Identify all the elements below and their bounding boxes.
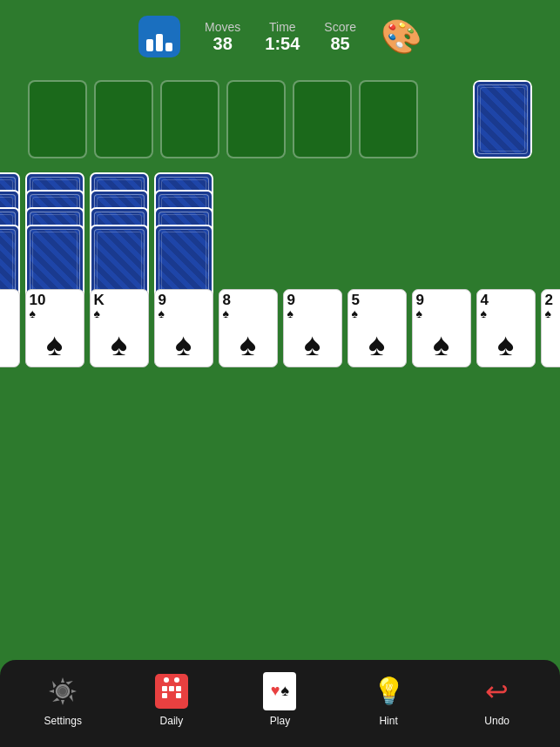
tableau-col-0: 8 ♠ ♠ [0, 172, 20, 367]
foundation-slot-1[interactable] [28, 80, 87, 158]
col8-face[interactable]: 4 ♠ ♠ [476, 289, 536, 367]
moves-value: 38 [213, 34, 233, 54]
palette-icon[interactable]: 🎨 [381, 20, 422, 53]
time-value: 1:54 [265, 34, 300, 54]
settings-icon [44, 672, 82, 710]
foundation-slot-3[interactable] [160, 80, 219, 158]
svg-point-2 [59, 688, 66, 695]
settings-button[interactable]: Settings [44, 672, 82, 727]
col0-face[interactable]: 8 ♠ ♠ [0, 289, 20, 367]
play-button[interactable]: ♥ ♠ Play [260, 672, 299, 727]
undo-icon: ↩ [478, 672, 516, 710]
undo-button[interactable]: ↩ Undo [478, 672, 516, 727]
col9-face[interactable]: 2 ♠ ♠ [541, 289, 561, 367]
tableau-col-2: K ♠ ♠ [90, 172, 149, 367]
foundation-slot-4[interactable] [226, 80, 286, 158]
play-label: Play [270, 715, 290, 727]
moves-stat: Moves 38 [205, 20, 240, 54]
tableau-col-5: 9 ♠ ♠ [283, 172, 342, 367]
toolbar: Settings Daily [0, 660, 560, 747]
col3-backs [154, 172, 213, 286]
tableau-col-8: 4 ♠ ♠ [476, 172, 536, 367]
col2-backs [90, 172, 149, 286]
col5-face[interactable]: 9 ♠ ♠ [283, 289, 342, 367]
score-value: 85 [331, 34, 350, 54]
stock-pile[interactable] [473, 80, 532, 158]
stats-icon[interactable] [138, 16, 180, 57]
foundation-area [0, 66, 560, 165]
foundation-slot-2[interactable] [94, 80, 153, 158]
score-stat: Score 85 [324, 20, 356, 54]
time-stat: Time 1:54 [265, 20, 300, 54]
col1-backs [25, 172, 84, 286]
foundation-slot-5[interactable] [293, 80, 352, 158]
col4-face[interactable]: 8 ♠ ♠ [219, 289, 278, 367]
daily-button[interactable]: Daily [152, 672, 191, 727]
daily-icon [152, 672, 191, 710]
col2-face[interactable]: K ♠ ♠ [90, 289, 149, 367]
hint-label: Hint [379, 715, 397, 727]
hint-button[interactable]: 💡 Hint [369, 672, 408, 727]
col3-face[interactable]: 9 ♠ ♠ [154, 289, 213, 367]
tableau-col-4: 8 ♠ ♠ [219, 172, 278, 367]
col7-face[interactable]: 9 ♠ ♠ [412, 289, 471, 367]
col6-face[interactable]: 5 ♠ ♠ [347, 289, 407, 367]
tableau-col-6: 5 ♠ ♠ [347, 172, 407, 367]
score-label: Score [324, 20, 356, 34]
tableau-col-7: 9 ♠ ♠ [412, 172, 471, 367]
game-header: Moves 38 Time 1:54 Score 85 🎨 [0, 0, 560, 66]
settings-label: Settings [44, 715, 82, 727]
undo-label: Undo [484, 715, 509, 727]
play-icon: ♥ ♠ [260, 672, 299, 710]
tableau-col-1: 10 ♠ ♠ [25, 172, 84, 367]
daily-label: Daily [160, 715, 184, 727]
col0-backs [0, 172, 20, 286]
time-label: Time [269, 20, 296, 34]
hint-icon: 💡 [369, 672, 408, 710]
tableau-area: 8 ♠ ♠ 10 ♠ ♠ K ♠ ♠ [0, 165, 560, 374]
tableau-col-3: 9 ♠ ♠ [154, 172, 213, 367]
foundation-slot-6[interactable] [359, 80, 418, 158]
moves-label: Moves [205, 20, 240, 34]
tableau-col-9: 2 ♠ ♠ [541, 172, 561, 367]
col1-face[interactable]: 10 ♠ ♠ [25, 289, 84, 367]
foundation-slots [28, 80, 418, 158]
